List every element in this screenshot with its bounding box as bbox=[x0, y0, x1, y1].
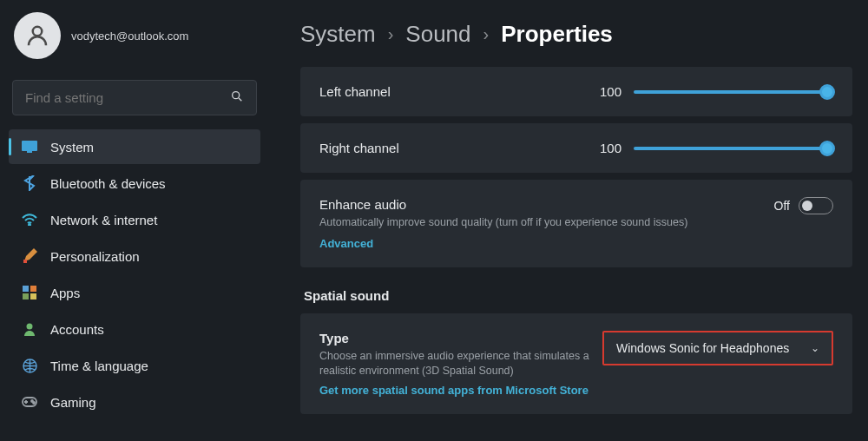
enhance-audio-row: Enhance audio Automatically improve soun… bbox=[300, 180, 852, 267]
svg-rect-2 bbox=[22, 141, 37, 151]
svg-point-0 bbox=[33, 27, 43, 36]
nav-label: Accounts bbox=[50, 322, 104, 337]
left-channel-slider[interactable] bbox=[634, 90, 833, 94]
enhance-title: Enhance audio bbox=[319, 197, 687, 212]
spatial-type-row: Type Choose an immersive audio experienc… bbox=[300, 313, 852, 414]
breadcrumb-properties: Properties bbox=[501, 21, 613, 48]
spatial-store-link[interactable]: Get more spatial sound apps from Microso… bbox=[319, 384, 589, 397]
breadcrumb-sound[interactable]: Sound bbox=[405, 21, 470, 48]
svg-point-14 bbox=[33, 402, 35, 404]
svg-rect-6 bbox=[23, 286, 29, 292]
account-email: vodytech@outlook.com bbox=[71, 30, 188, 43]
display-icon bbox=[21, 138, 38, 155]
right-channel-slider[interactable] bbox=[634, 147, 833, 150]
slider-thumb[interactable] bbox=[819, 141, 835, 156]
svg-rect-7 bbox=[30, 286, 36, 292]
enhance-toggle[interactable] bbox=[799, 197, 833, 214]
person-icon bbox=[21, 320, 38, 338]
nav-label: Bluetooth & devices bbox=[50, 176, 166, 191]
account-block[interactable]: vodytech@outlook.com bbox=[9, 12, 260, 59]
nav-label: Apps bbox=[50, 286, 80, 300]
dropdown-selected: Windows Sonic for Headphones bbox=[616, 341, 789, 355]
search-input[interactable] bbox=[25, 90, 230, 105]
slider-thumb[interactable] bbox=[819, 84, 835, 100]
gamepad-icon bbox=[21, 393, 38, 411]
nav-label: Gaming bbox=[50, 395, 96, 410]
left-channel-label: Left channel bbox=[319, 84, 391, 99]
avatar bbox=[14, 12, 61, 59]
chevron-down-icon: ⌄ bbox=[811, 342, 819, 354]
clock-globe-icon bbox=[21, 357, 38, 374]
sidebar: vodytech@outlook.com System Bluetooth & … bbox=[0, 0, 269, 441]
advanced-link[interactable]: Advanced bbox=[319, 237, 373, 250]
svg-point-10 bbox=[27, 324, 33, 330]
nav-label: Time & language bbox=[50, 359, 148, 373]
right-channel-value: 100 bbox=[600, 141, 621, 155]
nav-item-time[interactable]: Time & language bbox=[9, 348, 260, 383]
chevron-right-icon: › bbox=[483, 24, 490, 44]
chevron-right-icon: › bbox=[388, 24, 394, 44]
breadcrumb-system[interactable]: System bbox=[300, 21, 376, 48]
search-box[interactable] bbox=[12, 80, 257, 115]
main-content: System › Sound › Properties Left channel… bbox=[269, 0, 868, 441]
svg-point-4 bbox=[29, 224, 30, 226]
spatial-type-title: Type bbox=[319, 331, 602, 346]
nav-label: Network & internet bbox=[50, 213, 157, 227]
search-icon bbox=[230, 89, 244, 106]
nav-item-network[interactable]: Network & internet bbox=[9, 202, 260, 237]
breadcrumb: System › Sound › Properties bbox=[300, 21, 852, 48]
right-channel-row: Right channel 100 bbox=[300, 123, 852, 173]
toggle-state-text: Off bbox=[774, 199, 790, 213]
left-channel-value: 100 bbox=[600, 84, 621, 99]
nav-item-bluetooth[interactable]: Bluetooth & devices bbox=[9, 166, 260, 201]
right-channel-label: Right channel bbox=[319, 141, 399, 155]
nav-item-personalization[interactable]: Personalization bbox=[9, 239, 260, 273]
nav-item-system[interactable]: System bbox=[9, 129, 260, 164]
nav-label: Personalization bbox=[50, 249, 140, 264]
bluetooth-icon bbox=[21, 174, 38, 192]
svg-rect-3 bbox=[27, 151, 32, 153]
svg-rect-5 bbox=[23, 260, 27, 263]
brush-icon bbox=[21, 247, 38, 265]
nav-item-gaming[interactable]: Gaming bbox=[9, 385, 260, 419]
toggle-knob bbox=[802, 201, 812, 211]
enhance-desc: Automatically improve sound quality (tur… bbox=[319, 215, 687, 231]
apps-icon bbox=[21, 284, 38, 301]
spatial-section-title: Spatial sound bbox=[304, 288, 852, 303]
svg-rect-8 bbox=[23, 293, 29, 299]
nav: System Bluetooth & devices Network & int… bbox=[9, 129, 260, 419]
spatial-type-desc: Choose an immersive audio experience tha… bbox=[319, 349, 602, 379]
left-channel-row: Left channel 100 bbox=[300, 67, 852, 116]
spatial-type-dropdown[interactable]: Windows Sonic for Headphones ⌄ bbox=[602, 331, 833, 365]
nav-item-apps[interactable]: Apps bbox=[9, 275, 260, 310]
wifi-icon bbox=[21, 211, 38, 228]
svg-rect-9 bbox=[30, 293, 36, 299]
nav-label: System bbox=[50, 140, 94, 155]
svg-point-1 bbox=[233, 92, 240, 99]
nav-item-accounts[interactable]: Accounts bbox=[9, 312, 260, 346]
